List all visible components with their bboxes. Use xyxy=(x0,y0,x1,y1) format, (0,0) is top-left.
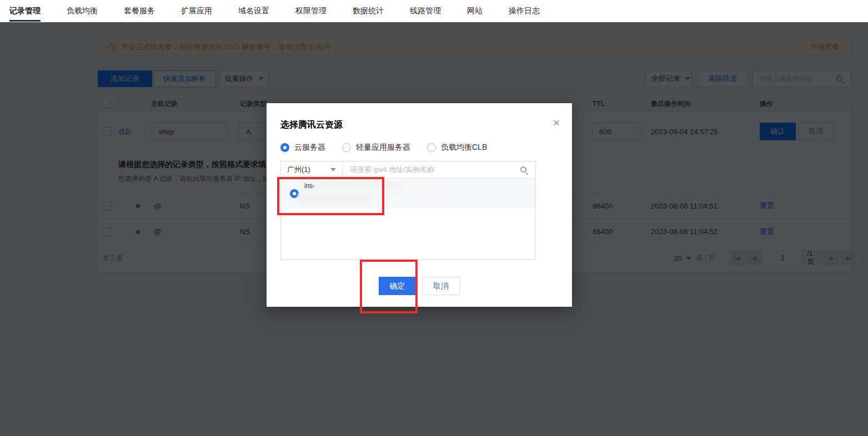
tab-data-statistics[interactable]: 数据统计 xyxy=(353,0,384,22)
radio-label: 负载均衡CLB xyxy=(441,143,487,153)
tab-operation-log[interactable]: 操作日志 xyxy=(509,0,540,22)
radio-cvm[interactable]: 云服务器 xyxy=(280,143,325,153)
tab-record-management[interactable]: 记录管理 xyxy=(9,0,41,22)
resource-type-radios: 云服务器 轻量应用服务器 负载均衡CLB xyxy=(280,143,504,153)
select-cloud-resource-dialog: 选择腾讯云资源 × 云服务器 轻量应用服务器 负载均衡CLB 广州(1) 请搜索 xyxy=(267,103,572,307)
top-navigation: 记录管理 负载均衡 套餐服务 扩展应用 域名设置 权限管理 数据统计 线路管理 … xyxy=(0,0,868,22)
instance-list-item[interactable]: ins- xyxy=(281,178,535,209)
redacted-text xyxy=(298,194,370,203)
chevron-down-icon xyxy=(330,168,336,171)
screen: 记录管理 负载均衡 套餐服务 扩展应用 域名设置 权限管理 数据统计 线路管理 … xyxy=(0,0,868,436)
tab-line-management[interactable]: 线路管理 xyxy=(410,0,441,22)
radio-icon xyxy=(427,143,436,152)
tab-domain-settings[interactable]: 域名设置 xyxy=(238,0,269,22)
instance-search-input[interactable]: 请搜索 ipv4 地址/实例名称 xyxy=(343,161,535,178)
radio-selected-icon xyxy=(280,143,289,152)
radio-clb[interactable]: 负载均衡CLB xyxy=(427,143,487,153)
radio-label: 轻量应用服务器 xyxy=(356,143,410,153)
radio-lighthouse[interactable]: 轻量应用服务器 xyxy=(342,143,410,153)
tab-permission-management[interactable]: 权限管理 xyxy=(295,0,327,22)
instance-id-prefix: ins- xyxy=(304,182,315,190)
instance-picker: 广州(1) 请搜索 ipv4 地址/实例名称 ins- xyxy=(280,161,536,260)
search-icon[interactable] xyxy=(520,166,526,173)
tab-extension-apps[interactable]: 扩展应用 xyxy=(181,0,212,22)
tab-plan-service[interactable]: 套餐服务 xyxy=(124,0,155,22)
instance-id-line: ins- xyxy=(304,182,447,190)
tab-load-balancing[interactable]: 负载均衡 xyxy=(67,0,98,22)
instance-search-placeholder: 请搜索 ipv4 地址/实例名称 xyxy=(343,165,434,175)
confirm-button[interactable]: 确定 xyxy=(379,277,416,295)
close-icon[interactable]: × xyxy=(553,116,560,128)
redacted-text xyxy=(316,182,399,190)
radio-label: 云服务器 xyxy=(294,143,325,153)
radio-icon xyxy=(342,143,351,152)
redacted-text xyxy=(404,182,447,189)
dialog-title: 选择腾讯云资源 xyxy=(280,119,343,131)
cancel-button[interactable]: 取消 xyxy=(422,277,460,295)
tab-website[interactable]: 网站 xyxy=(467,0,483,22)
region-select[interactable]: 广州(1) xyxy=(281,161,343,178)
instance-ip-line xyxy=(298,194,370,205)
region-value: 广州(1) xyxy=(287,165,310,175)
